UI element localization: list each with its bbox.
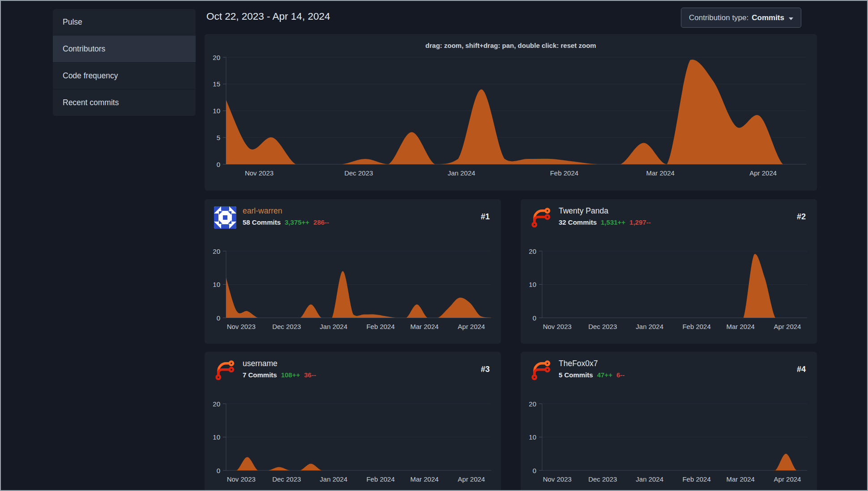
contributor-chart[interactable]: 01020Nov 2023Dec 2023Jan 2024Feb 2024Mar… [521,352,817,491]
contributor-chart[interactable]: 01020Nov 2023Dec 2023Jan 2024Feb 2024Mar… [205,199,501,344]
svg-text:10: 10 [529,433,536,441]
sidebar-item-contributors[interactable]: Contributors [53,35,196,62]
svg-text:Feb 2024: Feb 2024 [550,169,578,177]
contributor-card: TheFox0x7 5 Commits 47++ 6-- #4 01020Nov… [521,352,817,491]
contribution-type-dropdown[interactable]: Contribution type: Commits [681,8,801,28]
sidebar-item-recent-commits[interactable]: Recent commits [53,89,196,116]
app-window: Pulse Contributors Code frequency Recent… [0,0,868,491]
svg-text:Apr 2024: Apr 2024 [458,475,485,483]
svg-text:0: 0 [217,314,220,322]
svg-text:Dec 2023: Dec 2023 [272,323,301,330]
svg-text:Mar 2024: Mar 2024 [727,323,755,330]
date-range-heading: Oct 22, 2023 - Apr 14, 2024 [206,11,330,22]
svg-text:0: 0 [533,467,536,474]
svg-text:Feb 2024: Feb 2024 [366,475,394,483]
overall-contributions-chart[interactable]: 05101520Nov 2023Dec 2023Jan 2024Feb 2024… [205,34,817,191]
contributor-card: Twenty Panda 32 Commits 1,531++ 1,297-- … [521,199,817,344]
svg-text:Nov 2023: Nov 2023 [543,475,572,483]
contributor-chart[interactable]: 01020Nov 2023Dec 2023Jan 2024Feb 2024Mar… [205,352,501,491]
svg-text:Nov 2023: Nov 2023 [227,323,256,330]
svg-text:Mar 2024: Mar 2024 [727,475,755,483]
sidebar-item-code-frequency[interactable]: Code frequency [53,62,196,89]
svg-text:Dec 2023: Dec 2023 [344,169,373,177]
svg-text:20: 20 [213,400,220,408]
svg-text:Dec 2023: Dec 2023 [588,323,617,330]
svg-text:Apr 2024: Apr 2024 [774,475,801,483]
svg-text:20: 20 [213,248,220,255]
svg-text:Jan 2024: Jan 2024 [636,475,663,483]
contributor-card: earl-warren 58 Commits 3,375++ 286-- #1 … [205,199,501,344]
svg-text:Apr 2024: Apr 2024 [749,169,777,177]
contribution-type-value: Commits [752,13,784,22]
svg-text:Mar 2024: Mar 2024 [646,169,675,177]
svg-text:Jan 2024: Jan 2024 [448,169,475,177]
svg-text:Mar 2024: Mar 2024 [410,323,439,330]
svg-text:10: 10 [213,281,220,288]
svg-text:Mar 2024: Mar 2024 [410,475,439,483]
svg-text:Nov 2023: Nov 2023 [543,323,572,330]
svg-text:Dec 2023: Dec 2023 [588,475,617,483]
svg-text:0: 0 [217,467,220,474]
svg-text:Feb 2024: Feb 2024 [682,323,710,330]
svg-text:Jan 2024: Jan 2024 [320,323,347,330]
svg-text:20: 20 [213,54,220,61]
svg-text:Jan 2024: Jan 2024 [320,475,347,483]
svg-text:Nov 2023: Nov 2023 [245,169,274,177]
contribution-type-label: Contribution type: [689,13,748,22]
contributor-chart[interactable]: 01020Nov 2023Dec 2023Jan 2024Feb 2024Mar… [521,199,817,344]
svg-text:20: 20 [529,400,536,408]
svg-text:Jan 2024: Jan 2024 [636,323,663,330]
svg-text:Dec 2023: Dec 2023 [272,475,301,483]
contributor-card: username 7 Commits 108++ 36-- #3 01020No… [205,352,501,491]
svg-text:15: 15 [213,80,220,88]
svg-text:10: 10 [529,281,536,288]
svg-text:Apr 2024: Apr 2024 [458,323,485,330]
svg-text:Feb 2024: Feb 2024 [682,475,710,483]
svg-text:0: 0 [217,161,220,168]
svg-text:20: 20 [529,248,536,255]
repo-activity-menu: Pulse Contributors Code frequency Recent… [53,9,196,116]
overall-contributions-panel: drag: zoom, shift+drag: pan, double clic… [205,34,817,191]
svg-text:Feb 2024: Feb 2024 [366,323,394,330]
svg-text:Nov 2023: Nov 2023 [227,475,256,483]
svg-text:0: 0 [533,314,536,322]
svg-text:5: 5 [217,134,220,141]
svg-text:10: 10 [213,433,220,441]
chevron-down-icon [789,17,793,20]
svg-text:10: 10 [213,107,220,115]
svg-text:Apr 2024: Apr 2024 [774,323,801,330]
sidebar-item-pulse[interactable]: Pulse [53,9,196,35]
